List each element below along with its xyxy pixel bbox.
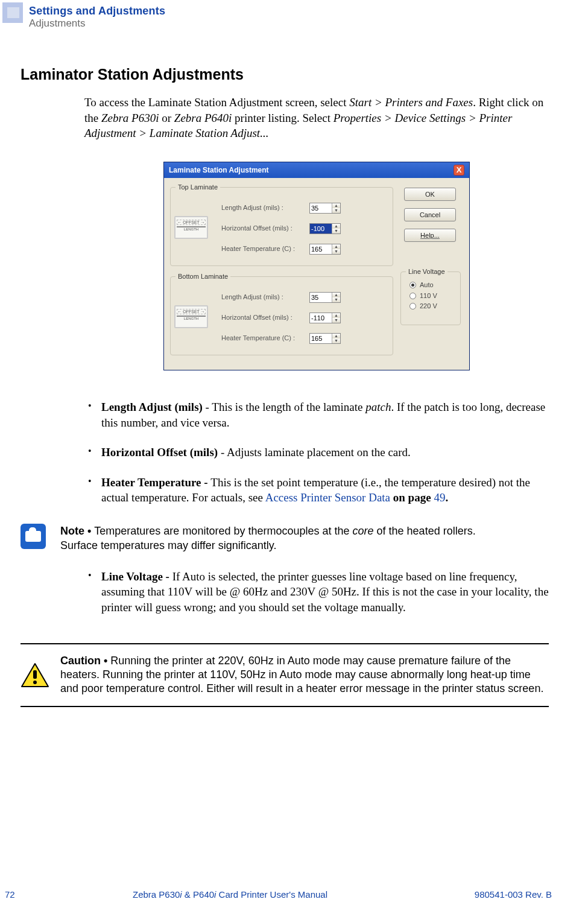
- laminate-dialog: Laminate Station Adjustment X Top Lamina…: [163, 162, 470, 370]
- doc-revision: 980541-003 Rev. B: [431, 889, 552, 901]
- spinner-up-icon[interactable]: ▲: [332, 293, 340, 297]
- spinner-down-icon[interactable]: ▼: [332, 208, 340, 213]
- bottom-length-spinner[interactable]: ▲▼: [309, 292, 341, 303]
- bottom-laminate-legend: Bottom Laminate: [175, 272, 230, 281]
- top-length-spinner[interactable]: ▲▼: [309, 203, 341, 214]
- caution-label: Caution •: [60, 655, 110, 667]
- line-voltage-group: Line Voltage Auto 110 V 220 V: [400, 267, 461, 325]
- intro-model-1: Zebra P630i: [101, 112, 159, 124]
- note-callout: Note • Temperatures are monitored by the…: [21, 524, 588, 553]
- spinner-down-icon[interactable]: ▼: [332, 318, 340, 323]
- caution-text: Running the printer at 220V, 60Hz in Aut…: [60, 655, 543, 695]
- intro-text: To access the Laminate Station Adjustmen…: [84, 96, 349, 109]
- close-icon[interactable]: X: [454, 165, 464, 176]
- bullet-text: on page: [390, 491, 434, 504]
- bottom-heat-input[interactable]: [310, 334, 332, 343]
- radio-icon: [409, 303, 416, 310]
- radio-auto[interactable]: Auto: [409, 281, 455, 290]
- bullet-horizontal-offset: Horizontal Offset (mils) - Adjusts lamin…: [84, 445, 549, 460]
- bullet-term: Length Adjust (mils): [101, 401, 203, 413]
- caution-icon: [21, 662, 49, 688]
- intro-model-2: Zebra P640i: [174, 112, 232, 124]
- bullet-text: - This is the length of the laminate: [203, 401, 365, 413]
- top-laminate-group: Top Laminate Length Adjust (mils) : ▲▼ H…: [170, 183, 393, 266]
- bottom-laminate-group: Bottom Laminate Length Adjust (mils) : ▲…: [170, 272, 393, 355]
- intro-text: or: [159, 112, 174, 124]
- intro-paragraph: To access the Laminate Station Adjustmen…: [84, 95, 549, 141]
- spinner-down-icon[interactable]: ▼: [332, 229, 340, 233]
- top-heat-spinner[interactable]: ▲▼: [309, 244, 341, 255]
- top-laminate-legend: Top Laminate: [175, 183, 220, 192]
- bottom-length-input[interactable]: [310, 293, 332, 302]
- label-horizontal-offset: Horizontal Offset (mils) :: [221, 313, 306, 322]
- spinner-down-icon[interactable]: ▼: [332, 249, 340, 254]
- footer-text: & P640: [182, 889, 214, 900]
- bullet-term: Horizontal Offset (mils): [101, 446, 218, 459]
- footer-title: Zebra P630i & P640i Card Printer User's …: [29, 889, 431, 901]
- bullet-term: Heater Temperature -: [101, 476, 210, 489]
- spinner-up-icon[interactable]: ▲: [332, 244, 340, 249]
- radio-110v[interactable]: 110 V: [409, 291, 455, 300]
- help-button[interactable]: Help...: [404, 229, 456, 242]
- ok-button[interactable]: OK: [404, 188, 456, 201]
- bullet-length-adjust: Length Adjust (mils) - This is the lengt…: [84, 399, 549, 430]
- footer-text: Card Printer User's Manual: [216, 889, 327, 900]
- label-length-adjust: Length Adjust (mils) :: [221, 203, 306, 212]
- offset-diagram-icon: [174, 305, 208, 328]
- note-text: Temperatures are monitored by thermocoup…: [94, 525, 352, 537]
- footer-text: Zebra P630: [133, 889, 180, 900]
- bullet-text: .: [445, 491, 448, 504]
- intro-text: printer listing. Select: [232, 112, 333, 124]
- chapter-subtitle: Adjustments: [29, 17, 165, 31]
- bullet-heater-temperature: Heater Temperature - This is the set poi…: [84, 475, 549, 506]
- radio-icon: [409, 282, 416, 288]
- offset-diagram-icon: [174, 216, 208, 239]
- bullet-list-2: Line Voltage - If Auto is selected, the …: [84, 569, 549, 615]
- intro-path-1: Start > Printers and Faxes: [349, 96, 473, 109]
- note-label: Note •: [60, 525, 94, 537]
- page-footer: 72 Zebra P630i & P640i Card Printer User…: [0, 889, 588, 901]
- top-hoff-input[interactable]: [310, 224, 332, 233]
- line-voltage-legend: Line Voltage: [406, 267, 447, 276]
- label-horizontal-offset: Horizontal Offset (mils) :: [221, 224, 306, 233]
- caution-callout: Caution • Running the printer at 220V, 6…: [21, 643, 549, 707]
- bullet-emph: patch: [365, 401, 391, 413]
- bullet-line-voltage: Line Voltage - If Auto is selected, the …: [84, 569, 549, 615]
- note-icon: [21, 524, 46, 549]
- label-heater-temp: Heater Temperature (C) :: [221, 334, 306, 343]
- spinner-down-icon[interactable]: ▼: [332, 338, 340, 343]
- chapter-title: Settings and Adjustments: [29, 4, 165, 18]
- bottom-hoff-input[interactable]: [310, 313, 332, 323]
- cancel-button[interactable]: Cancel: [404, 208, 456, 221]
- spinner-up-icon[interactable]: ▲: [332, 334, 340, 338]
- top-hoff-spinner[interactable]: ▲▼: [309, 223, 341, 234]
- spinner-up-icon[interactable]: ▲: [332, 313, 340, 318]
- cross-ref-link[interactable]: Access Printer Sensor Data: [265, 491, 390, 504]
- radio-icon: [409, 293, 416, 299]
- radio-label: 110 V: [420, 291, 437, 300]
- radio-220v[interactable]: 220 V: [409, 302, 455, 311]
- svg-point-2: [33, 681, 37, 684]
- spinner-up-icon[interactable]: ▲: [332, 224, 340, 229]
- dialog-titlebar[interactable]: Laminate Station Adjustment X: [164, 162, 469, 178]
- page-number: 72: [5, 889, 29, 901]
- label-heater-temp: Heater Temperature (C) :: [221, 244, 306, 253]
- spinner-up-icon[interactable]: ▲: [332, 203, 340, 208]
- bullet-text: - Adjusts laminate placement on the card…: [218, 446, 411, 459]
- top-heat-input[interactable]: [310, 244, 332, 254]
- radio-label: 220 V: [420, 302, 437, 311]
- label-length-adjust: Length Adjust (mils) :: [221, 293, 306, 302]
- page-ref-link[interactable]: 49: [434, 491, 445, 504]
- svg-rect-1: [33, 670, 37, 679]
- spinner-down-icon[interactable]: ▼: [332, 297, 340, 302]
- note-emph: core: [353, 525, 374, 537]
- bullet-term: Line Voltage -: [101, 570, 172, 583]
- bottom-heat-spinner[interactable]: ▲▼: [309, 333, 341, 344]
- bullet-list: Length Adjust (mils) - This is the lengt…: [84, 399, 549, 506]
- top-length-input[interactable]: [310, 203, 332, 213]
- bottom-hoff-spinner[interactable]: ▲▼: [309, 313, 341, 323]
- dialog-title: Laminate Station Adjustment: [169, 165, 269, 175]
- chapter-icon: [2, 2, 23, 23]
- page-header: Settings and Adjustments Adjustments: [0, 0, 588, 31]
- section-heading: Laminator Station Adjustments: [21, 65, 588, 85]
